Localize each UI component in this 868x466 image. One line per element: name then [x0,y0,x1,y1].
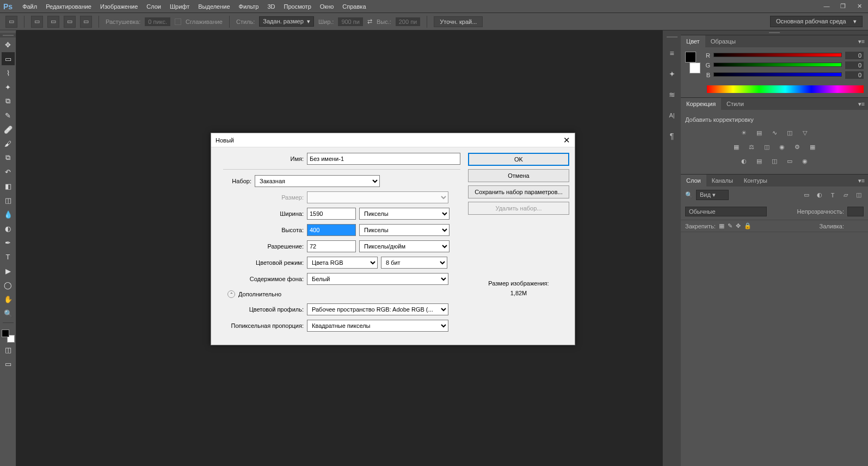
antialias-checkbox[interactable] [175,18,181,25]
color-swatches-panel[interactable] [685,52,700,73]
invert-icon[interactable]: ◐ [738,156,749,166]
resolution-unit-select[interactable]: Пикселы/дюйм [359,240,450,252]
zoom-tool[interactable]: 🔍 [2,307,15,320]
profile-select[interactable]: Рабочее пространство RGB: Adobe RGB (... [307,303,448,315]
opacity-value[interactable] [847,207,864,216]
filter-icon[interactable]: 🔍 [685,191,693,198]
g-slider[interactable] [713,63,842,68]
spectrum-bar[interactable] [707,85,864,93]
menu-layers[interactable]: Слои [142,3,165,10]
healing-brush-tool[interactable]: 🩹 [2,123,15,136]
pen-tool[interactable]: ✒ [2,236,15,249]
character-panel-icon[interactable]: A| [666,109,679,122]
color-tab[interactable]: Цвет [681,35,705,47]
history-panel-icon[interactable]: ≡ [666,47,679,60]
lock-move-icon[interactable]: ✥ [736,222,741,229]
minimize-icon[interactable]: — [821,3,832,10]
maximize-icon[interactable]: ❐ [838,3,848,10]
eraser-tool[interactable]: ◧ [2,179,15,192]
b-slider[interactable] [713,72,842,78]
menu-view[interactable]: Просмотр [280,3,316,10]
menu-image[interactable]: Изображение [96,3,142,10]
exposure-icon[interactable]: ◫ [784,127,795,138]
quick-mask-tool[interactable]: ◫ [2,343,15,356]
selective-color-icon[interactable]: ◉ [799,156,810,166]
bw-icon[interactable]: ◫ [761,141,772,152]
bitdepth-select[interactable]: 8 бит [381,257,447,269]
filter-smart-icon[interactable]: ◫ [854,190,864,200]
marquee-tool[interactable]: ▭ [2,52,15,65]
paths-tab[interactable]: Контуры [738,175,773,187]
crop-tool[interactable]: ⧉ [2,95,15,108]
r-slider[interactable] [713,53,842,58]
panel-menu-icon[interactable]: ▾≡ [855,101,868,108]
save-preset-button[interactable]: Сохранить набор параметров... [468,185,569,198]
lasso-tool[interactable]: ⌇ [2,66,15,79]
lock-position-icon[interactable]: ✎ [728,222,732,229]
height-input[interactable] [307,224,356,236]
posterize-icon[interactable]: ▤ [754,156,765,166]
background-swatch[interactable] [690,63,700,73]
hue-icon[interactable]: ▦ [731,141,742,152]
photo-filter-icon[interactable]: ◉ [777,141,787,152]
tool-preset-icon[interactable]: ▭ [5,16,17,28]
width-input[interactable] [307,208,356,220]
panel-handle[interactable] [681,30,868,35]
color-swatches[interactable] [2,330,15,343]
filter-adjust-icon[interactable]: ◐ [815,190,824,200]
lock-all-icon[interactable]: 🔒 [744,222,752,229]
screen-mode-tool[interactable]: ▭ [2,357,15,370]
clone-stamp-tool[interactable]: ⧉ [2,151,15,164]
path-selection-tool[interactable]: ▶ [2,264,15,277]
layers-tab[interactable]: Слои [681,175,706,187]
foreground-swatch[interactable] [2,330,9,337]
filter-type-select[interactable]: Вид ▾ [696,190,729,200]
menu-filter[interactable]: Фильтр [235,3,263,10]
preset-select[interactable]: Заказная [255,175,380,187]
r-value[interactable]: 0 [845,52,864,59]
aspect-select[interactable]: Квадратные пикселы [307,320,448,332]
shape-tool[interactable]: ◯ [2,278,15,291]
paragraph-panel-icon[interactable]: ¶ [666,129,679,142]
ok-button[interactable]: OK [468,153,569,166]
refine-edge-button[interactable]: Уточн. край... [434,16,483,27]
brightness-icon[interactable]: ☀ [738,127,749,138]
style-select[interactable]: Задан. размер ▾ [259,16,314,27]
curves-icon[interactable]: ∿ [769,127,780,138]
filter-pixel-icon[interactable]: ▭ [802,190,811,200]
dodge-tool[interactable]: ◐ [2,222,15,235]
channel-mixer-icon[interactable]: ⚙ [792,141,803,152]
height-value[interactable]: 200 пи [396,17,421,26]
blur-tool[interactable]: 💧 [2,208,15,221]
blend-mode-select[interactable]: Обычные [685,207,767,216]
advanced-toggle[interactable]: ⌃ Дополнительно [227,290,460,298]
dialog-close-icon[interactable]: ✕ [563,135,570,145]
magic-wand-tool[interactable]: ✦ [2,80,15,94]
adjustments-tab[interactable]: Коррекция [681,98,721,110]
hand-tool[interactable]: ✋ [2,293,15,306]
menu-select[interactable]: Выделение [194,3,234,10]
cancel-button[interactable]: Отмена [468,169,569,182]
feather-value[interactable]: 0 пикс. [145,17,170,26]
fill-value[interactable] [847,223,864,229]
brush-tool[interactable]: 🖌 [2,137,15,150]
width-unit-select[interactable]: Пикселы [359,208,450,220]
type-tool[interactable]: T [2,250,15,263]
add-selection-icon[interactable]: ▭ [47,16,59,28]
move-tool[interactable]: ✥ [2,38,15,51]
adjustments-panel-icon[interactable]: ≋ [666,88,679,101]
intersect-selection-icon[interactable]: ▭ [80,16,92,28]
colormode-select[interactable]: Цвета RGB [307,257,378,269]
samples-tab[interactable]: Образцы [705,35,741,47]
menu-window[interactable]: Окно [316,3,338,10]
lock-pixels-icon[interactable]: ▦ [719,222,724,229]
history-brush-tool[interactable]: ↶ [2,165,15,178]
foreground-swatch[interactable] [685,52,696,63]
g-value[interactable]: 0 [845,61,864,69]
new-selection-icon[interactable]: ▭ [31,16,43,28]
gradient-map-icon[interactable]: ▭ [784,156,795,166]
panel-handle[interactable] [663,35,681,39]
filter-shape-icon[interactable]: ▱ [841,190,851,200]
resolution-input[interactable] [307,240,356,252]
eyedropper-tool[interactable]: ✎ [2,109,15,122]
